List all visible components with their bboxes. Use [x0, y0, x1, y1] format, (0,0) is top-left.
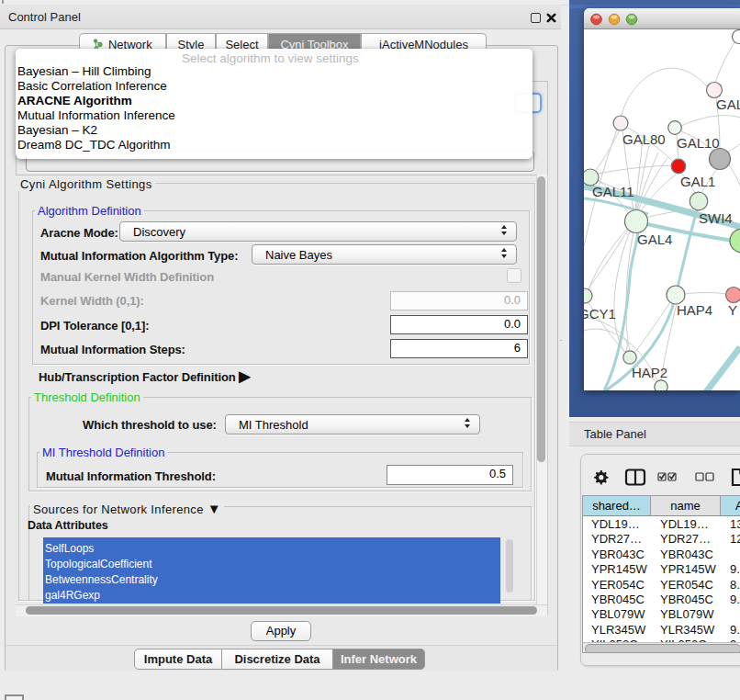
svg-text:GAL80: GAL80 — [622, 131, 666, 147]
svg-text:HAP2: HAP2 — [632, 365, 667, 380]
svg-text:GAL11: GAL11 — [592, 184, 634, 199]
svg-text:SWI4: SWI4 — [699, 210, 733, 226]
svg-text:Y: Y — [728, 302, 737, 318]
svg-text:GCY1: GCY1 — [584, 306, 616, 322]
svg-text:GAL: GAL — [716, 96, 740, 112]
svg-text:GAL4: GAL4 — [637, 231, 672, 247]
svg-text:HAP4: HAP4 — [677, 302, 712, 318]
svg-text:GAL1: GAL1 — [680, 174, 715, 189]
svg-text:GAL10: GAL10 — [677, 135, 720, 151]
